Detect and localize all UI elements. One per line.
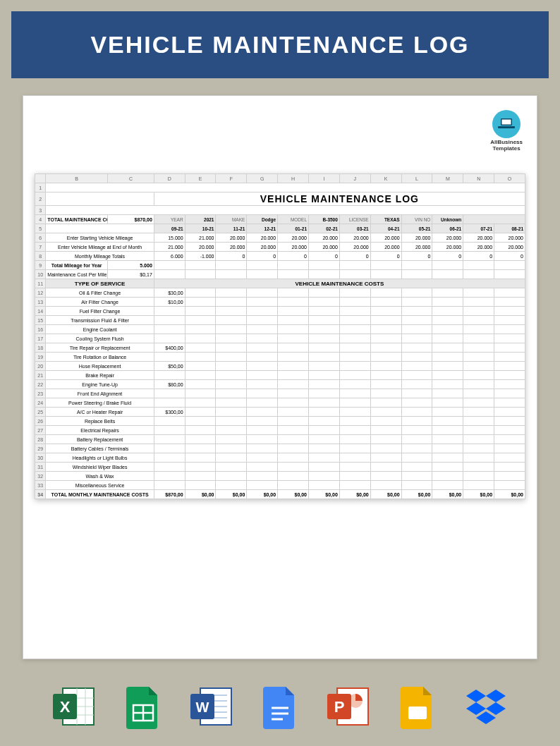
cell bbox=[494, 389, 525, 398]
cell bbox=[309, 325, 340, 334]
cell bbox=[154, 463, 185, 472]
cell bbox=[432, 316, 463, 325]
cell: 7 bbox=[35, 243, 46, 252]
cell bbox=[309, 343, 340, 353]
cell: C bbox=[108, 174, 154, 183]
cell: 3 bbox=[35, 206, 46, 215]
cell: Oil & Filter Change bbox=[46, 288, 154, 298]
cell: Battery Cables / Terminals bbox=[46, 444, 154, 453]
cell bbox=[463, 435, 494, 444]
cell: $0,00 bbox=[494, 490, 525, 499]
cell: Replace Belts bbox=[46, 417, 154, 426]
cell: VEHICLE MAINTENANCE LOG bbox=[154, 192, 525, 206]
cell bbox=[154, 426, 185, 435]
cell bbox=[309, 270, 340, 279]
cell: $0,00 bbox=[216, 490, 247, 499]
cell bbox=[370, 298, 401, 307]
cell bbox=[494, 453, 525, 463]
cell: Fuel Filter Change bbox=[46, 307, 154, 316]
cell bbox=[494, 316, 525, 325]
cell: E bbox=[185, 174, 216, 183]
cell bbox=[309, 435, 340, 444]
cell bbox=[154, 417, 185, 426]
cell bbox=[494, 463, 525, 472]
cell bbox=[216, 417, 247, 426]
cell bbox=[185, 316, 216, 325]
cell bbox=[463, 362, 494, 371]
cell: 20.000 bbox=[278, 233, 309, 243]
cell: 20.000 bbox=[494, 233, 525, 243]
cell bbox=[154, 472, 185, 481]
cell: A/C or Heater Repair bbox=[46, 408, 154, 417]
cell bbox=[309, 316, 340, 325]
word-icon: W bbox=[189, 684, 234, 732]
cell bbox=[463, 343, 494, 353]
cell: K bbox=[370, 174, 401, 183]
cell bbox=[463, 398, 494, 408]
cell bbox=[463, 334, 494, 343]
cell: 8 bbox=[35, 252, 46, 261]
cell bbox=[185, 334, 216, 343]
cell bbox=[401, 398, 432, 408]
cell: Brake Repair bbox=[46, 371, 154, 380]
cell bbox=[216, 435, 247, 444]
cell: Electrical Repairs bbox=[46, 426, 154, 435]
cell bbox=[278, 288, 309, 298]
cell bbox=[247, 307, 278, 316]
cell bbox=[309, 444, 340, 453]
cell bbox=[247, 334, 278, 343]
cell: Power Steering / Brake Fluid bbox=[46, 398, 154, 408]
cell: 10 bbox=[35, 270, 46, 279]
cell bbox=[339, 261, 370, 270]
cell bbox=[247, 362, 278, 371]
cell bbox=[185, 463, 216, 472]
cell bbox=[370, 472, 401, 481]
cell bbox=[494, 288, 525, 298]
cell bbox=[463, 408, 494, 417]
cell bbox=[370, 389, 401, 398]
cell bbox=[494, 298, 525, 307]
cell: Headlights or Light Bulbs bbox=[46, 453, 154, 463]
cell bbox=[494, 307, 525, 316]
cell: $0,00 bbox=[309, 490, 340, 499]
cell: LICENSE bbox=[339, 215, 370, 224]
cell bbox=[278, 463, 309, 472]
svg-rect-29 bbox=[408, 707, 427, 719]
cell bbox=[463, 353, 494, 362]
cell bbox=[309, 362, 340, 371]
cell bbox=[370, 398, 401, 408]
cell bbox=[278, 453, 309, 463]
cell bbox=[463, 215, 525, 224]
cell bbox=[494, 444, 525, 453]
cell bbox=[463, 325, 494, 334]
cell bbox=[463, 316, 494, 325]
cell bbox=[278, 444, 309, 453]
cell bbox=[247, 435, 278, 444]
cell bbox=[432, 307, 463, 316]
cell bbox=[339, 463, 370, 472]
cell bbox=[216, 316, 247, 325]
cell bbox=[339, 453, 370, 463]
cell bbox=[185, 472, 216, 481]
cell: H bbox=[278, 174, 309, 183]
cell bbox=[339, 481, 370, 490]
cell: TEXAS bbox=[370, 215, 401, 224]
cell: 2021 bbox=[185, 215, 216, 224]
cell bbox=[216, 444, 247, 453]
cell bbox=[46, 224, 154, 233]
cell bbox=[432, 444, 463, 453]
cell: 0 bbox=[278, 252, 309, 261]
cell: 16 bbox=[35, 325, 46, 334]
cell bbox=[432, 417, 463, 426]
cell bbox=[154, 435, 185, 444]
cell bbox=[432, 472, 463, 481]
cell bbox=[216, 325, 247, 334]
cell: 12-21 bbox=[247, 224, 278, 233]
cell: 14 bbox=[35, 307, 46, 316]
cell bbox=[185, 380, 216, 389]
cell: 20.000 bbox=[309, 233, 340, 243]
cell: 20 bbox=[35, 362, 46, 371]
cell bbox=[370, 371, 401, 380]
cell: Maintenance Cost Per Mile bbox=[46, 270, 108, 279]
cell bbox=[247, 398, 278, 408]
